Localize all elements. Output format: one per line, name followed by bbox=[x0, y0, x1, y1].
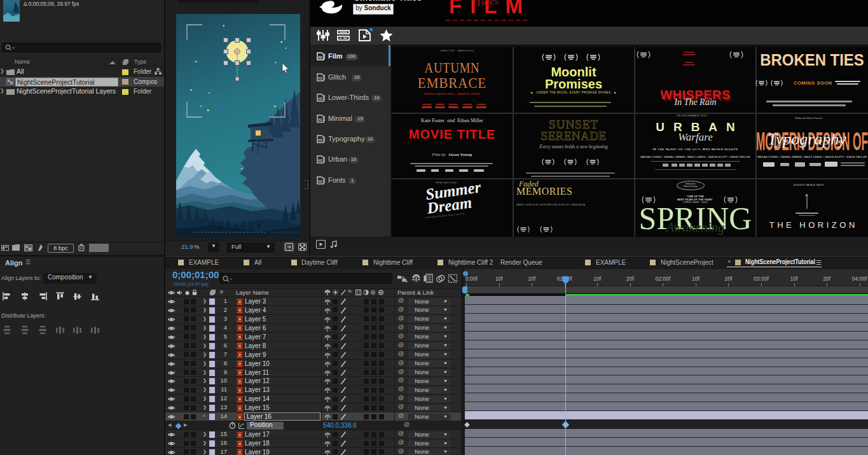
svg-text:AE: AE bbox=[318, 158, 323, 162]
svg-text:AE: AE bbox=[318, 76, 323, 80]
svg-text:AE: AE bbox=[318, 97, 323, 101]
svg-text:AE: AE bbox=[318, 55, 323, 59]
svg-text:AE: AE bbox=[318, 118, 323, 122]
svg-text:AE: AE bbox=[318, 138, 323, 142]
svg-text:AE: AE bbox=[318, 179, 323, 183]
